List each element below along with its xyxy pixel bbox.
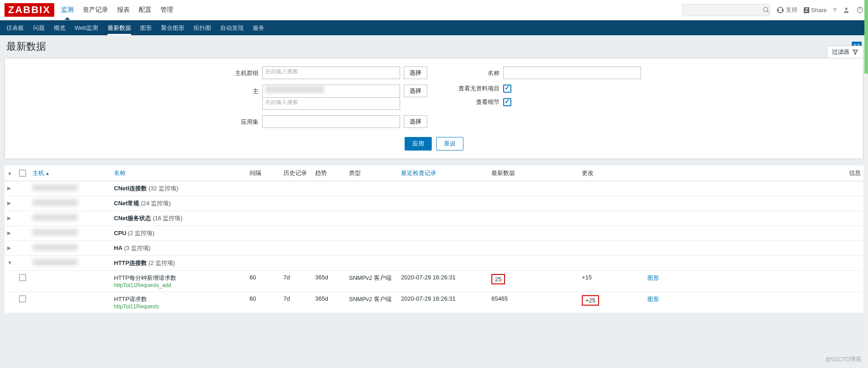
search-icon[interactable] <box>763 6 770 14</box>
filter-wrapper: 过滤器 主机群组 在此输入搜索 选择 主 在此输入搜索 选择 <box>5 58 863 159</box>
item-lastcheck: 2020-07-29 16:26:31 <box>398 271 489 292</box>
item-history: 7d <box>281 271 312 292</box>
row-checkbox[interactable] <box>19 295 26 302</box>
svg-point-5 <box>845 8 847 10</box>
app-name: HA <box>114 245 123 251</box>
svg-line-1 <box>767 11 769 12</box>
item-type: SNMPv2 客户端 <box>346 271 398 292</box>
host-chip-area[interactable] <box>262 85 400 97</box>
expand-toggle[interactable]: ▼ <box>7 260 14 265</box>
host-name-redacted <box>33 199 78 206</box>
col-expand-all[interactable]: ▼ <box>5 165 16 181</box>
filter-panel: 主机群组 在此输入搜索 选择 主 在此输入搜索 选择 应用集 选择 <box>5 58 863 159</box>
graph-link[interactable]: 图形 <box>647 296 659 302</box>
application-input[interactable] <box>262 115 400 128</box>
item-trends: 365d <box>312 271 346 292</box>
table-item-row: HTTP请求数httpTot11Requests607d365dSNMPv2 客… <box>5 292 863 313</box>
col-check-all[interactable] <box>16 165 30 181</box>
subnav-maps[interactable]: 拓扑图 <box>193 21 211 35</box>
subnav-services[interactable]: 服务 <box>253 21 264 35</box>
col-name[interactable]: 名称 <box>111 165 247 181</box>
hostgroup-label: 主机群组 <box>227 66 259 77</box>
host-select-button[interactable]: 选择 <box>404 85 427 97</box>
reset-button[interactable]: 重设 <box>436 137 463 151</box>
app-count: (3 监控项) <box>124 245 151 251</box>
filter-toggle[interactable]: 过滤器 <box>827 46 863 58</box>
item-interval: 60 <box>247 271 281 292</box>
subnav-dashboard[interactable]: 仪表板 <box>6 21 24 35</box>
scrollbar[interactable] <box>864 0 868 313</box>
item-interval: 60 <box>247 292 281 313</box>
host-name-redacted <box>33 214 78 221</box>
col-lastcheck[interactable]: 最近检查记录 <box>398 165 489 181</box>
logo[interactable]: ZABBIX <box>5 3 54 17</box>
app-name: HTTP连接数 <box>114 259 147 266</box>
hostgroup-select-button[interactable]: 选择 <box>404 66 427 79</box>
application-select-button[interactable]: 选择 <box>404 115 427 128</box>
col-graph <box>645 165 841 181</box>
item-trends: 365d <box>312 292 346 313</box>
subnav-web[interactable]: Web监测 <box>75 21 99 35</box>
row-checkbox[interactable] <box>19 274 26 281</box>
col-host[interactable]: 主机▲ <box>30 165 111 181</box>
col-lastvalue: 最新数据 <box>489 165 579 181</box>
share-label: Share <box>811 7 827 14</box>
col-info: 信息 <box>841 165 863 181</box>
nav-config[interactable]: 配置 <box>139 0 151 19</box>
search-input[interactable] <box>683 7 763 13</box>
col-type: 类型 <box>346 165 398 181</box>
subnav-problems[interactable]: 问题 <box>33 21 45 35</box>
change-highlight: +25 <box>582 295 599 306</box>
item-lastvalue: 25 <box>489 271 579 292</box>
data-table: ▼ 主机▲ 名称 间隔 历史记录 趋势 类型 最近检查记录 最新数据 更改 信息… <box>5 165 863 313</box>
subnav-graphs[interactable]: 图形 <box>140 21 152 35</box>
name-input[interactable] <box>503 66 641 79</box>
user-icon[interactable] <box>843 6 850 14</box>
nav-inventory[interactable]: 资产记录 <box>83 0 108 19</box>
page-title: 最新数据 <box>6 40 852 53</box>
subnav-latest[interactable]: 最新数据 <box>108 21 131 35</box>
table-group-row: ▶CPU (2 监控项) <box>5 226 863 241</box>
col-trends: 趋势 <box>312 165 346 181</box>
nav-reports[interactable]: 报表 <box>117 0 130 19</box>
share-link[interactable]: Z Share <box>804 7 827 14</box>
filter-label: 过滤器 <box>832 48 849 56</box>
sub-nav: 仪表板 问题 概览 Web监测 最新数据 图形 聚合图形 拓扑图 自动发现 服务 <box>0 20 868 35</box>
nav-monitoring[interactable]: 监测 <box>61 0 74 19</box>
expand-toggle[interactable]: ▶ <box>7 215 14 221</box>
item-history: 7d <box>281 292 312 313</box>
apply-button[interactable]: 应用 <box>405 137 432 151</box>
name-label: 名称 <box>454 66 500 77</box>
app-count: (2 监控项) <box>149 259 175 266</box>
power-icon[interactable] <box>856 6 863 14</box>
item-type: SNMPv2 客户端 <box>346 292 398 313</box>
share-badge: Z <box>804 7 809 13</box>
app-name: CNet服务状态 <box>114 215 151 222</box>
expand-toggle[interactable]: ▶ <box>7 230 14 236</box>
app-count: (32 监控项) <box>149 185 179 192</box>
hostgroup-input[interactable]: 在此输入搜索 <box>262 66 400 79</box>
expand-toggle[interactable]: ▶ <box>7 185 14 191</box>
lastvalue-highlight: 25 <box>491 274 505 284</box>
global-search[interactable] <box>682 4 770 16</box>
col-interval: 间隔 <box>247 165 281 181</box>
show-nodata-checkbox[interactable] <box>503 85 511 93</box>
expand-toggle[interactable]: ▶ <box>7 245 14 251</box>
nav-admin[interactable]: 管理 <box>160 0 173 19</box>
host-input[interactable]: 在此输入搜索 <box>262 97 400 110</box>
col-change: 更改 <box>579 165 645 181</box>
app-name: CNetI连接数 <box>114 185 147 192</box>
expand-toggle[interactable]: ▶ <box>7 200 14 206</box>
table-group-row: ▶CNetI连接数 (32 监控项) <box>5 181 863 196</box>
subnav-overview[interactable]: 概览 <box>54 21 66 35</box>
subnav-screens[interactable]: 聚合图形 <box>161 21 184 35</box>
subnav-discovery[interactable]: 自动发现 <box>220 21 244 35</box>
table-group-row: ▶CNet服务状态 (16 监控项) <box>5 211 863 226</box>
show-detail-label: 查看细节 <box>454 98 500 106</box>
support-link[interactable]: 支持 <box>777 6 797 14</box>
item-name: HTTP每分钟新增请求数 <box>114 274 244 282</box>
filter-icon <box>852 49 859 55</box>
show-detail-checkbox[interactable] <box>503 98 511 106</box>
help-icon[interactable]: ? <box>833 7 836 14</box>
graph-link[interactable]: 图形 <box>647 274 659 281</box>
